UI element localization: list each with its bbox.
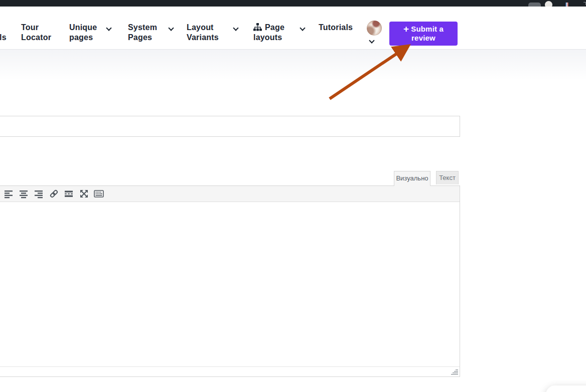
nav-item-tutorials[interactable]: Tutorials [319,23,364,33]
chevron-down-icon [106,25,111,31]
chevron-down-icon[interactable] [369,38,374,43]
header-fade-strip [0,49,586,80]
link-icon[interactable] [46,187,61,201]
resize-grippy-handle[interactable] [451,369,458,375]
chevron-down-icon [233,25,238,31]
floating-widget-button[interactable] [546,385,586,392]
wysiwyg-editor [0,185,460,377]
align-center-icon[interactable] [16,187,31,201]
submit-review-label: Submit a review [411,25,444,42]
align-right-icon[interactable] [31,187,46,201]
nav-item-page-layouts[interactable]: Page layouts [253,23,299,43]
toolbar-toggle-icon[interactable] [91,187,106,201]
chevron-down-icon [168,25,174,31]
post-title-input[interactable] [0,116,460,137]
nav-item-layout-variants[interactable]: Layout Variants [187,23,229,43]
nav-item-tour-locator[interactable]: Tour Locator [21,23,57,43]
tab-text-editor[interactable]: Текст [436,171,459,184]
editor-status-bar [0,366,460,376]
editor-toolbar [0,186,460,202]
adminbar-corner-glyph [583,2,586,5]
user-avatar[interactable] [367,21,382,36]
admin-bar [0,0,586,7]
tab-visual-editor[interactable]: Визуально [394,171,430,186]
editor-content-area[interactable] [0,202,460,366]
language-flag-icon[interactable] [565,3,568,7]
submit-review-button[interactable]: +Submit a review [389,22,458,46]
main-navigation: als Tour Locator Unique pages System Pag… [0,7,586,49]
chevron-down-icon [300,25,305,31]
flag-stripe [567,3,568,7]
plus-icon: + [403,24,409,34]
align-left-icon[interactable] [1,187,16,201]
read-more-icon[interactable] [61,187,76,201]
sitemap-icon [253,23,262,31]
adminbar-pill-button[interactable] [528,3,541,7]
nav-item-unique-pages[interactable]: Unique pages [69,23,102,43]
nav-item-system-pages[interactable]: System Pages [128,23,163,43]
fullscreen-icon[interactable] [76,187,91,201]
adminbar-avatar-icon[interactable] [545,1,552,7]
nav-item-truncated[interactable]: als [0,33,7,43]
